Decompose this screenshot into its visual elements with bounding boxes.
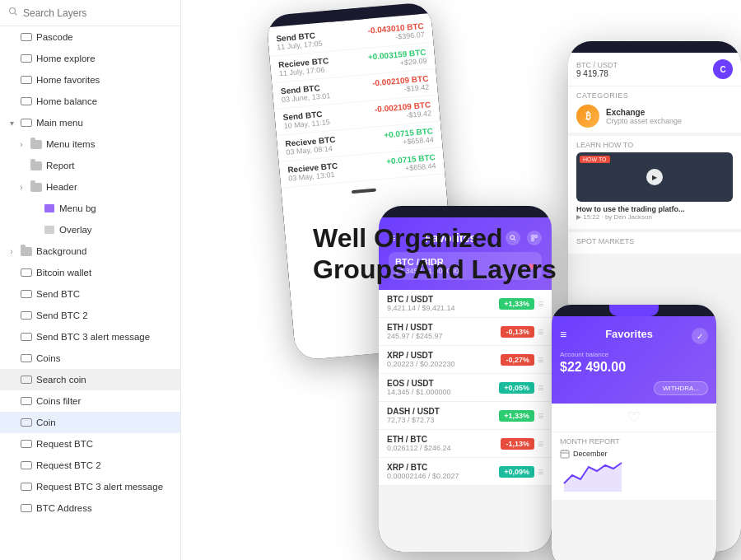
phone-notch	[630, 41, 679, 53]
ph4-top-bar: ≡ Favorites ✓	[560, 328, 708, 344]
exchange-text: Exchange Crypto asset exchange	[606, 108, 682, 125]
layer-item-request-btc-3[interactable]: Request BTC 3 alert message	[0, 476, 180, 497]
coin-val: 0.026112 / $246.24	[387, 444, 451, 452]
layer-item-menu-items[interactable]: Menu items	[0, 133, 180, 155]
screen-icon	[20, 116, 33, 129]
layer-label: Background	[36, 246, 86, 256]
withdraw-button[interactable]: WITHDRA...	[654, 381, 708, 395]
screen-icon	[20, 394, 33, 408]
layer-item-home-explore[interactable]: Home explore	[0, 48, 180, 69]
coin-name: XRP / BTC	[387, 463, 459, 472]
layer-label: Search coin	[36, 375, 86, 385]
layer-label: Overlay	[59, 225, 92, 235]
month-report: MONTH REPORT December	[552, 432, 716, 500]
month-report-title: MONTH REPORT	[560, 437, 708, 446]
layer-item-background[interactable]: Background	[0, 240, 180, 262]
balance-amount: $22 490.00	[560, 360, 708, 375]
exchange-sub: Crypto asset exchange	[606, 117, 682, 125]
layer-label: Header	[46, 182, 77, 192]
layer-item-send-btc[interactable]: Send BTC	[0, 283, 180, 305]
layer-item-main-menu[interactable]: Main menu	[0, 112, 180, 133]
layer-item-header[interactable]: Header	[0, 176, 180, 198]
layer-item-request-btc-2[interactable]: Request BTC 2	[0, 455, 180, 476]
spot-markets-title: SPOT MARKETS	[576, 237, 733, 245]
calendar-icon	[560, 449, 570, 459]
search-bar[interactable]	[0, 0, 180, 26]
layer-label: Report	[46, 161, 75, 170]
layer-item-pascode[interactable]: Pascode	[0, 26, 180, 48]
layer-item-overlay[interactable]: Overlay	[0, 219, 180, 240]
layer-item-coins[interactable]: Coins	[0, 348, 180, 369]
coin-badge: +1,33%	[499, 298, 534, 310]
coin-list-item: DASH / USDT 72,73 / $72.73 +1,33% ≡	[379, 402, 552, 430]
coin-name: ETH / BTC	[387, 435, 451, 444]
spot-markets: SPOT MARKETS	[568, 232, 741, 254]
screen-icon	[20, 416, 33, 429]
main-content: Well Organized Groups And Layers Send BT…	[181, 0, 741, 560]
layer-item-coins-filter[interactable]: Coins filter	[0, 390, 180, 412]
menu-icon: ≡	[538, 438, 543, 450]
layer-item-send-btc-3[interactable]: Send BTC 3 alert message	[0, 326, 180, 348]
coin-badge: -0,27%	[501, 354, 534, 366]
search-icon	[8, 7, 18, 19]
exchange-card: ₿ Exchange Crypto asset exchange	[576, 105, 733, 128]
coin-name: DASH / USDT	[387, 407, 440, 416]
menu-icon: ≡	[538, 354, 543, 366]
coin-val: 14,345 / $1.000000	[387, 388, 451, 396]
layer-item-send-btc-2[interactable]: Send BTC 2	[0, 305, 180, 326]
layer-item-bitcoin-wallet[interactable]: Bitcoin wallet	[0, 262, 180, 283]
transaction-list: Send BTC 11 July, 17:05 -0.043010 BTC -$…	[267, 13, 445, 192]
learn-title: LEARN HOW TO	[576, 141, 733, 149]
coin-name: BTC / USDT	[387, 295, 455, 304]
coin-name: ETH / USDT	[387, 323, 443, 332]
chevron-right-icon	[16, 139, 26, 149]
layer-item-menu-bg[interactable]: Menu bg	[0, 198, 180, 219]
layer-label: Home balance	[36, 96, 97, 106]
screen-icon	[20, 266, 33, 279]
play-button[interactable]: ▶	[646, 169, 663, 185]
categories-title: CATEGORIES	[576, 91, 733, 100]
coin-badge: +0,05%	[499, 382, 534, 394]
coin-val: 72,73 / $72.73	[387, 416, 440, 424]
layer-item-btc-address[interactable]: BTC Address	[0, 497, 180, 519]
chart-svg	[560, 459, 626, 492]
layer-label: Request BTC	[36, 439, 93, 449]
btc-price: 9 419.78	[576, 69, 618, 78]
layer-label: Main menu	[36, 118, 83, 128]
month-label: December	[573, 450, 608, 458]
screen-icon	[20, 73, 33, 86]
coin-val: 245.97 / $245.97	[387, 332, 443, 340]
layer-item-search-coin[interactable]: Search coin	[0, 369, 180, 390]
screen-icon	[20, 459, 33, 472]
coin-list-item: XRP / USDT 0.20223 / $0.202230 -0,27% ≡	[379, 346, 552, 374]
check-icon: ✓	[692, 328, 708, 344]
chevron-right-icon	[7, 246, 16, 256]
layer-label: Menu bg	[59, 203, 96, 213]
layer-item-home-favorites[interactable]: Home favorites	[0, 69, 180, 91]
layer-label: Send BTC 3 alert message	[36, 332, 150, 342]
coin-badge: -1,13%	[501, 438, 534, 450]
layer-label: Request BTC 2	[36, 460, 101, 470]
hero-title-line2: Groups And Layers	[313, 254, 557, 285]
menu-icon: ≡	[538, 466, 543, 478]
chevron-open-icon	[7, 118, 16, 128]
coin-val: 0.20223 / $0.202230	[387, 360, 455, 368]
phone-notch	[440, 206, 490, 217]
coin-list-item: EOS / USDT 14,345 / $1.000000 +0,05% ≡	[379, 374, 552, 402]
layer-label: Send BTC 2	[36, 310, 88, 320]
heart-row: ♡	[552, 404, 716, 432]
menu-icon: ≡	[538, 298, 543, 310]
screen-icon	[20, 52, 33, 65]
heart-icon: ♡	[627, 408, 641, 427]
layer-item-coin[interactable]: Coin	[0, 412, 180, 433]
layer-item-report[interactable]: Report	[0, 155, 180, 176]
layer-label: Coins filter	[36, 396, 81, 406]
btc-pair: BTC / USDT	[576, 61, 618, 69]
coin-badge: +0,09%	[499, 466, 534, 478]
svg-rect-7	[561, 450, 569, 458]
screen-icon	[20, 373, 33, 386]
layer-item-request-btc[interactable]: Request BTC	[0, 433, 180, 455]
screen-icon	[20, 330, 33, 343]
search-input[interactable]	[23, 7, 172, 19]
layer-item-home-balance[interactable]: Home balance	[0, 91, 180, 112]
